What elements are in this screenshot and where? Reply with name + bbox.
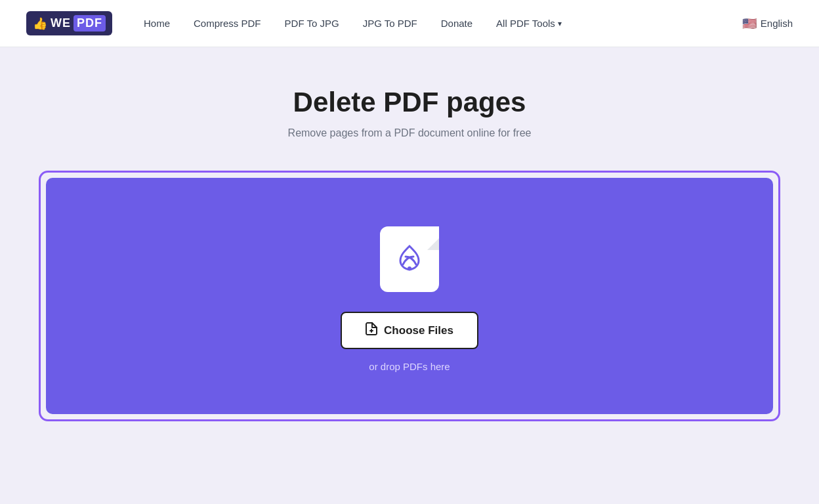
logo-thumb-icon: 👍 — [33, 16, 48, 31]
nav-home[interactable]: Home — [144, 18, 170, 29]
pdf-file-icon — [380, 226, 439, 292]
dropzone-outer: Choose Files or drop PDFs here — [39, 171, 780, 421]
svg-point-0 — [408, 266, 411, 270]
logo-text-pdf: PDF — [74, 15, 106, 32]
nav-all-tools-label[interactable]: All PDF Tools — [496, 18, 555, 29]
chevron-down-icon: ▾ — [558, 19, 562, 28]
language-label: English — [761, 18, 793, 29]
pdf-icon-corner — [427, 226, 439, 250]
nav-all-pdf-tools[interactable]: All PDF Tools ▾ — [496, 18, 562, 29]
choose-files-label: Choose Files — [384, 324, 453, 337]
choose-files-button[interactable]: Choose Files — [341, 312, 478, 349]
nav-compress-pdf[interactable]: Compress PDF — [194, 18, 261, 29]
flag-icon: 🇺🇸 — [742, 16, 757, 31]
nav-pdf-to-jpg[interactable]: PDF To JPG — [285, 18, 339, 29]
main-content: Delete PDF pages Remove pages from a PDF… — [0, 47, 819, 448]
nav-donate[interactable]: Donate — [441, 18, 472, 29]
dropzone[interactable]: Choose Files or drop PDFs here — [46, 178, 773, 414]
logo[interactable]: 👍 WE PDF — [26, 11, 112, 35]
header: 👍 WE PDF Home Compress PDF PDF To JPG JP… — [0, 0, 819, 47]
logo-text-we: WE — [51, 16, 71, 30]
acrobat-symbol-icon — [394, 242, 425, 276]
language-selector[interactable]: 🇺🇸 English — [742, 16, 793, 31]
file-plus-icon — [366, 322, 377, 339]
main-nav: Home Compress PDF PDF To JPG JPG To PDF … — [144, 18, 742, 29]
nav-jpg-to-pdf[interactable]: JPG To PDF — [363, 18, 417, 29]
page-subtitle: Remove pages from a PDF document online … — [288, 127, 532, 139]
page-title: Delete PDF pages — [293, 87, 526, 118]
drop-hint: or drop PDFs here — [369, 361, 450, 372]
